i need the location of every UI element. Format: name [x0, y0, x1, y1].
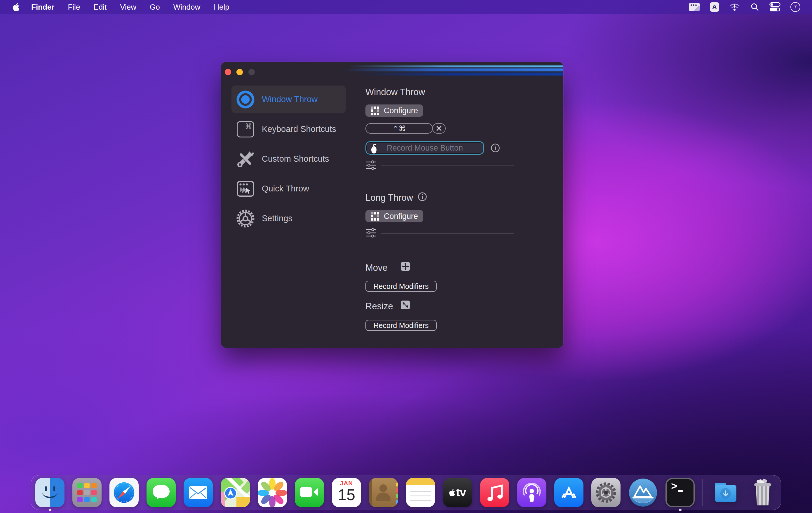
- dock-app-podcasts[interactable]: [517, 478, 546, 507]
- dock-app-launchpad[interactable]: [72, 478, 102, 507]
- move-arrows-icon: [401, 262, 410, 271]
- record-resize-modifiers-button[interactable]: Record Modifiers: [366, 320, 437, 331]
- dock-app-system-preferences[interactable]: [591, 478, 620, 507]
- grid-icon: [371, 212, 379, 221]
- menu-item-go[interactable]: Go: [150, 3, 160, 12]
- menu-item-file[interactable]: File: [68, 3, 80, 12]
- sidebar-label: Settings: [262, 214, 292, 223]
- dock: JAN 15 tv: [31, 475, 781, 510]
- configure-long-throw-button[interactable]: Configure: [366, 210, 423, 222]
- clock-icon[interactable]: 7: [790, 2, 800, 12]
- section-title-resize: Resize: [366, 301, 393, 312]
- dock-divider: [702, 479, 703, 506]
- circle-ring-icon: [236, 90, 255, 109]
- screenshot-icon[interactable]: [689, 3, 700, 11]
- ruler-wrench-icon: [236, 149, 255, 169]
- divider-line: [381, 165, 514, 166]
- section-title-long-throw: Long Throw: [366, 192, 427, 204]
- record-mouse-button-field[interactable]: Record Mouse Button: [366, 141, 484, 155]
- input-source-a-icon[interactable]: A: [710, 2, 719, 12]
- shortcut-recorder: ⌃⌘: [366, 123, 446, 134]
- dock-app-calendar[interactable]: JAN 15: [332, 478, 361, 507]
- dock-app-mail[interactable]: [183, 478, 213, 507]
- spotlight-search-icon[interactable]: [750, 2, 759, 12]
- dock-app-music[interactable]: [480, 478, 509, 507]
- configure-window-throw-button[interactable]: Configure: [366, 104, 423, 117]
- mouse-icon: [370, 144, 379, 155]
- app-window: Window Throw ⌘ Keyboard Shortcuts: [221, 62, 563, 348]
- sidebar-item-window-throw[interactable]: Window Throw: [231, 86, 346, 113]
- main-panel: Window Throw Configure ⌃⌘: [366, 62, 552, 348]
- advanced-options-row: [366, 228, 552, 239]
- running-indicator: [679, 509, 682, 511]
- menu-item-edit[interactable]: Edit: [93, 3, 107, 12]
- sidebar-label: Quick Throw: [262, 184, 309, 193]
- x-icon: [436, 125, 442, 131]
- info-icon[interactable]: [491, 143, 500, 154]
- section-title-move: Move: [366, 263, 387, 273]
- window-cursors-icon: [236, 179, 255, 199]
- terminal-prompt-glyph: >: [671, 481, 677, 493]
- dock-app-maps[interactable]: [221, 478, 250, 507]
- sidebar-label: Custom Shortcuts: [262, 154, 329, 164]
- menu-item-window[interactable]: Window: [173, 3, 200, 12]
- sliders-icon[interactable]: [366, 160, 377, 172]
- dock-app-facetime[interactable]: [295, 478, 324, 507]
- clear-shortcut-button[interactable]: [432, 123, 446, 134]
- record-mouse-placeholder: Record Mouse Button: [387, 144, 463, 153]
- menu-bar-left: Finder File Edit View Go Window Help: [0, 3, 229, 12]
- sliders-icon[interactable]: [366, 228, 377, 239]
- sidebar-item-custom-shortcuts[interactable]: Custom Shortcuts: [231, 145, 346, 173]
- sidebar-item-quick-throw[interactable]: Quick Throw: [231, 175, 346, 203]
- info-icon[interactable]: [418, 192, 427, 204]
- calendar-day: 15: [332, 486, 361, 504]
- control-center-icon[interactable]: [770, 2, 781, 12]
- sidebar: Window Throw ⌘ Keyboard Shortcuts: [231, 86, 346, 234]
- dock-app-contacts[interactable]: [369, 478, 398, 507]
- shortcut-value: ⌃⌘: [393, 124, 406, 133]
- menu-bar: Finder File Edit View Go Window Help A: [0, 0, 812, 14]
- advanced-options-row: [366, 160, 552, 172]
- dock-app-photos[interactable]: [258, 478, 287, 507]
- running-indicator: [49, 509, 51, 511]
- dock-trash[interactable]: [748, 478, 777, 507]
- sidebar-item-settings[interactable]: Settings: [231, 205, 346, 232]
- dock-app-messages[interactable]: [147, 478, 176, 507]
- record-move-modifiers-button[interactable]: Record Modifiers: [366, 281, 437, 292]
- apple-menu-icon[interactable]: [13, 3, 20, 11]
- shortcut-field[interactable]: ⌃⌘: [366, 123, 433, 134]
- wifi-alert-icon[interactable]: [729, 2, 740, 12]
- zoom-button-disabled: [249, 69, 255, 75]
- command-key-icon: ⌘: [236, 120, 255, 139]
- dock-app-app-store[interactable]: [554, 478, 583, 507]
- menu-item-app[interactable]: Finder: [31, 3, 54, 12]
- section-title-window-throw: Window Throw: [366, 87, 425, 97]
- dock-app-finder[interactable]: [35, 478, 64, 507]
- minimize-button[interactable]: [236, 69, 243, 75]
- dock-app-tv[interactable]: tv: [443, 478, 472, 507]
- close-button[interactable]: [225, 69, 231, 75]
- dock-app-notes[interactable]: [406, 478, 435, 507]
- dock-app-mountain-window-app[interactable]: [629, 478, 658, 507]
- sidebar-label: Window Throw: [262, 95, 318, 104]
- menu-bar-status: A: [689, 2, 800, 12]
- divider-line: [381, 233, 514, 234]
- resize-diagonal-icon: [401, 301, 410, 309]
- dock-app-safari[interactable]: [110, 478, 139, 507]
- menu-item-help[interactable]: Help: [214, 3, 229, 12]
- apple-logo-icon: [449, 489, 455, 496]
- dock-app-terminal[interactable]: >: [665, 478, 695, 507]
- sidebar-label: Keyboard Shortcuts: [262, 124, 336, 134]
- sidebar-item-keyboard-shortcuts[interactable]: ⌘ Keyboard Shortcuts: [231, 115, 346, 143]
- tv-label: tv: [456, 486, 466, 499]
- desktop-wallpaper[interactable]: Finder File Edit View Go Window Help A: [0, 0, 812, 513]
- dock-downloads-folder[interactable]: [711, 478, 740, 507]
- menu-item-view[interactable]: View: [120, 3, 136, 12]
- gear-icon: [236, 209, 255, 228]
- grid-icon: [371, 107, 379, 115]
